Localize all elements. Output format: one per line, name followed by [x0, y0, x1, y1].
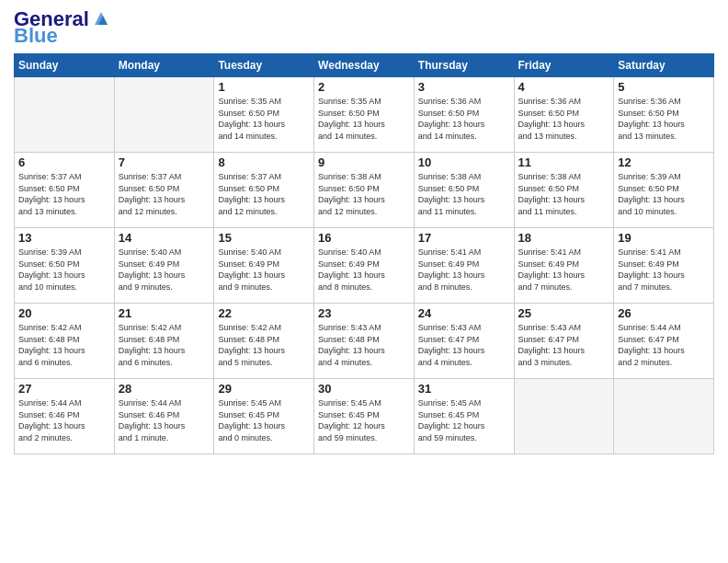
day-info: Sunrise: 5:40 AM Sunset: 6:49 PM Dayligh… [318, 247, 410, 293]
weekday-header: Tuesday [214, 54, 314, 77]
calendar-cell [614, 379, 714, 454]
day-info: Sunrise: 5:37 AM Sunset: 6:50 PM Dayligh… [119, 171, 210, 217]
day-number: 16 [318, 231, 410, 245]
calendar-cell: 15Sunrise: 5:40 AM Sunset: 6:49 PM Dayli… [214, 228, 314, 304]
calendar-cell: 6Sunrise: 5:37 AM Sunset: 6:50 PM Daylig… [15, 153, 115, 228]
day-info: Sunrise: 5:36 AM Sunset: 6:50 PM Dayligh… [618, 96, 710, 142]
day-info: Sunrise: 5:37 AM Sunset: 6:50 PM Dayligh… [218, 171, 310, 217]
calendar-week-row: 1Sunrise: 5:35 AM Sunset: 6:50 PM Daylig… [15, 77, 714, 153]
calendar-cell: 4Sunrise: 5:36 AM Sunset: 6:50 PM Daylig… [514, 77, 614, 153]
day-number: 29 [218, 382, 310, 396]
day-info: Sunrise: 5:41 AM Sunset: 6:49 PM Dayligh… [618, 247, 710, 293]
calendar-cell: 23Sunrise: 5:43 AM Sunset: 6:48 PM Dayli… [314, 304, 415, 379]
weekday-header: Sunday [15, 54, 115, 77]
day-info: Sunrise: 5:38 AM Sunset: 6:50 PM Dayligh… [318, 171, 410, 217]
logo-blue-text: Blue [14, 26, 58, 46]
day-info: Sunrise: 5:45 AM Sunset: 6:45 PM Dayligh… [218, 397, 310, 443]
calendar-cell: 12Sunrise: 5:39 AM Sunset: 6:50 PM Dayli… [614, 153, 714, 228]
day-number: 9 [318, 155, 410, 169]
calendar-week-row: 20Sunrise: 5:42 AM Sunset: 6:48 PM Dayli… [15, 304, 714, 379]
header: General Blue [14, 9, 714, 46]
calendar-cell: 21Sunrise: 5:42 AM Sunset: 6:48 PM Dayli… [114, 304, 214, 379]
day-info: Sunrise: 5:36 AM Sunset: 6:50 PM Dayligh… [418, 96, 510, 142]
calendar-cell: 25Sunrise: 5:43 AM Sunset: 6:47 PM Dayli… [514, 304, 614, 379]
weekday-header: Wednesday [314, 54, 415, 77]
calendar-cell: 5Sunrise: 5:36 AM Sunset: 6:50 PM Daylig… [614, 77, 714, 153]
day-info: Sunrise: 5:42 AM Sunset: 6:48 PM Dayligh… [218, 322, 310, 368]
day-number: 24 [418, 306, 510, 320]
day-info: Sunrise: 5:43 AM Sunset: 6:48 PM Dayligh… [318, 322, 410, 368]
day-number: 28 [119, 382, 210, 396]
day-number: 20 [18, 306, 110, 320]
day-number: 2 [318, 80, 410, 94]
page: General Blue SundayMondayTuesdayWednesda… [0, 0, 728, 563]
calendar-cell: 20Sunrise: 5:42 AM Sunset: 6:48 PM Dayli… [15, 304, 115, 379]
day-info: Sunrise: 5:35 AM Sunset: 6:50 PM Dayligh… [318, 96, 410, 142]
day-info: Sunrise: 5:38 AM Sunset: 6:50 PM Dayligh… [418, 171, 510, 217]
weekday-header: Saturday [614, 54, 714, 77]
day-info: Sunrise: 5:39 AM Sunset: 6:50 PM Dayligh… [18, 247, 110, 293]
calendar-header-row: SundayMondayTuesdayWednesdayThursdayFrid… [15, 54, 714, 77]
day-number: 11 [518, 155, 610, 169]
calendar-week-row: 6Sunrise: 5:37 AM Sunset: 6:50 PM Daylig… [15, 153, 714, 228]
day-number: 31 [418, 382, 510, 396]
day-info: Sunrise: 5:35 AM Sunset: 6:50 PM Dayligh… [218, 96, 310, 142]
calendar-cell: 31Sunrise: 5:45 AM Sunset: 6:45 PM Dayli… [414, 379, 514, 454]
day-number: 19 [618, 231, 710, 245]
calendar-cell: 3Sunrise: 5:36 AM Sunset: 6:50 PM Daylig… [414, 77, 514, 153]
day-number: 26 [618, 306, 710, 320]
day-number: 12 [618, 155, 710, 169]
calendar-cell: 17Sunrise: 5:41 AM Sunset: 6:49 PM Dayli… [414, 228, 514, 304]
day-info: Sunrise: 5:40 AM Sunset: 6:49 PM Dayligh… [119, 247, 210, 293]
day-info: Sunrise: 5:38 AM Sunset: 6:50 PM Dayligh… [518, 171, 610, 217]
calendar-cell: 13Sunrise: 5:39 AM Sunset: 6:50 PM Dayli… [15, 228, 115, 304]
day-number: 8 [218, 155, 310, 169]
weekday-header: Thursday [414, 54, 514, 77]
calendar-cell: 26Sunrise: 5:44 AM Sunset: 6:47 PM Dayli… [614, 304, 714, 379]
day-number: 3 [418, 80, 510, 94]
day-info: Sunrise: 5:41 AM Sunset: 6:49 PM Dayligh… [418, 247, 510, 293]
day-info: Sunrise: 5:42 AM Sunset: 6:48 PM Dayligh… [119, 322, 210, 368]
calendar-cell: 29Sunrise: 5:45 AM Sunset: 6:45 PM Dayli… [214, 379, 314, 454]
day-number: 5 [618, 80, 710, 94]
day-info: Sunrise: 5:36 AM Sunset: 6:50 PM Dayligh… [518, 96, 610, 142]
day-info: Sunrise: 5:45 AM Sunset: 6:45 PM Dayligh… [318, 397, 410, 443]
day-number: 25 [518, 306, 610, 320]
day-number: 13 [18, 231, 110, 245]
calendar-cell: 11Sunrise: 5:38 AM Sunset: 6:50 PM Dayli… [514, 153, 614, 228]
calendar-cell: 8Sunrise: 5:37 AM Sunset: 6:50 PM Daylig… [214, 153, 314, 228]
calendar-cell: 19Sunrise: 5:41 AM Sunset: 6:49 PM Dayli… [614, 228, 714, 304]
calendar-cell: 1Sunrise: 5:35 AM Sunset: 6:50 PM Daylig… [214, 77, 314, 153]
day-number: 15 [218, 231, 310, 245]
day-info: Sunrise: 5:45 AM Sunset: 6:45 PM Dayligh… [418, 397, 510, 443]
calendar-cell: 18Sunrise: 5:41 AM Sunset: 6:49 PM Dayli… [514, 228, 614, 304]
calendar-cell: 10Sunrise: 5:38 AM Sunset: 6:50 PM Dayli… [414, 153, 514, 228]
calendar-cell [514, 379, 614, 454]
weekday-header: Friday [514, 54, 614, 77]
day-number: 23 [318, 306, 410, 320]
calendar-cell [114, 77, 214, 153]
day-info: Sunrise: 5:44 AM Sunset: 6:47 PM Dayligh… [618, 322, 710, 368]
day-info: Sunrise: 5:39 AM Sunset: 6:50 PM Dayligh… [618, 171, 710, 217]
day-info: Sunrise: 5:40 AM Sunset: 6:49 PM Dayligh… [218, 247, 310, 293]
day-number: 22 [218, 306, 310, 320]
calendar-table: SundayMondayTuesdayWednesdayThursdayFrid… [14, 53, 714, 454]
day-number: 30 [318, 382, 410, 396]
calendar-cell: 9Sunrise: 5:38 AM Sunset: 6:50 PM Daylig… [314, 153, 415, 228]
day-info: Sunrise: 5:44 AM Sunset: 6:46 PM Dayligh… [119, 397, 210, 443]
day-info: Sunrise: 5:42 AM Sunset: 6:48 PM Dayligh… [18, 322, 110, 368]
day-number: 4 [518, 80, 610, 94]
calendar-cell: 7Sunrise: 5:37 AM Sunset: 6:50 PM Daylig… [114, 153, 214, 228]
calendar-cell: 27Sunrise: 5:44 AM Sunset: 6:46 PM Dayli… [15, 379, 115, 454]
day-info: Sunrise: 5:44 AM Sunset: 6:46 PM Dayligh… [18, 397, 110, 443]
day-number: 6 [18, 155, 110, 169]
logo-icon [91, 8, 111, 29]
day-info: Sunrise: 5:37 AM Sunset: 6:50 PM Dayligh… [18, 171, 110, 217]
logo: General Blue [14, 9, 111, 46]
day-number: 17 [418, 231, 510, 245]
day-number: 27 [18, 382, 110, 396]
calendar-week-row: 27Sunrise: 5:44 AM Sunset: 6:46 PM Dayli… [15, 379, 714, 454]
day-number: 1 [218, 80, 310, 94]
calendar-cell: 22Sunrise: 5:42 AM Sunset: 6:48 PM Dayli… [214, 304, 314, 379]
day-number: 21 [119, 306, 210, 320]
